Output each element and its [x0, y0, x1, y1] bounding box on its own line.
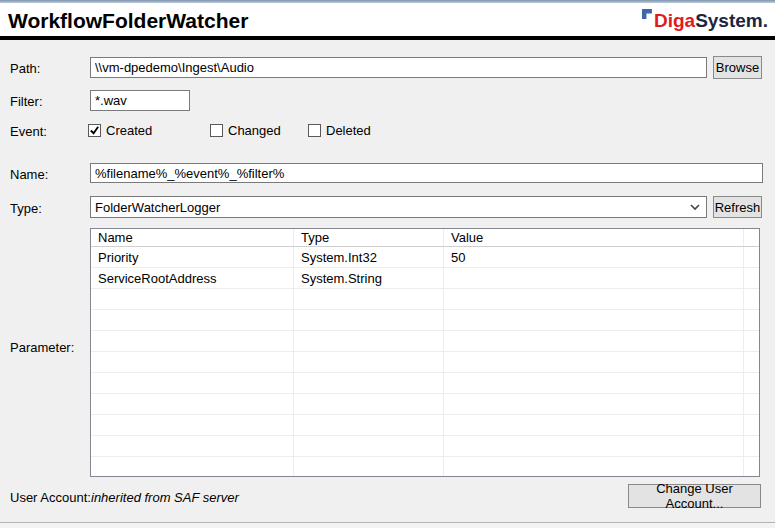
path-input[interactable]: [90, 57, 707, 78]
event-label: Event:: [10, 124, 47, 139]
table-cell-filler: [744, 457, 759, 477]
filter-input[interactable]: [90, 90, 190, 111]
table-cell[interactable]: [91, 352, 294, 372]
parameter-table: NameTypeValuePrioritySystem.Int3250Servi…: [90, 228, 760, 477]
table-cell[interactable]: [294, 373, 444, 393]
table-cell[interactable]: [294, 289, 444, 309]
checkbox-unchecked-icon[interactable]: [308, 124, 321, 137]
type-select[interactable]: FolderWatcherLogger: [90, 196, 707, 218]
table-cell-filler: [744, 310, 759, 330]
title-divider-bar: [0, 36, 775, 40]
table-cell-filler: [744, 331, 759, 351]
table-row[interactable]: [91, 436, 759, 457]
table-cell[interactable]: [444, 352, 744, 372]
path-label: Path:: [10, 61, 40, 76]
table-cell[interactable]: [294, 415, 444, 435]
table-cell[interactable]: [444, 289, 744, 309]
parameter-table-header-row: NameTypeValue: [91, 229, 759, 247]
filter-label: Filter:: [10, 94, 43, 109]
digasystem-logo: DigaSystem.: [645, 10, 768, 34]
chevron-down-icon[interactable]: [684, 204, 706, 211]
column-header-filler: [744, 229, 759, 246]
logo-text-diga: Diga: [654, 10, 695, 31]
table-row[interactable]: [91, 373, 759, 394]
table-row[interactable]: [91, 331, 759, 352]
table-cell[interactable]: [91, 436, 294, 456]
browse-button[interactable]: Browse: [713, 56, 762, 79]
event-checkbox-label: Changed: [228, 123, 281, 138]
table-cell-filler: [744, 352, 759, 372]
table-cell-filler: [744, 436, 759, 456]
refresh-button[interactable]: Refresh: [713, 196, 762, 218]
parameter-label: Parameter:: [10, 340, 74, 355]
table-cell[interactable]: [444, 415, 744, 435]
table-cell[interactable]: System.String: [294, 268, 444, 288]
table-row[interactable]: ServiceRootAddressSystem.String: [91, 268, 759, 289]
event-checkbox-created[interactable]: Created: [88, 123, 152, 138]
table-row[interactable]: [91, 394, 759, 415]
logo-text-system: System.: [695, 10, 768, 31]
table-row[interactable]: [91, 457, 759, 477]
page-title: WorkflowFolderWatcher: [8, 9, 248, 33]
checkbox-checked-icon[interactable]: [88, 124, 101, 137]
bottom-margin: [0, 524, 775, 528]
table-cell[interactable]: [444, 373, 744, 393]
event-checkbox-label: Deleted: [326, 123, 371, 138]
table-cell-filler: [744, 289, 759, 309]
table-cell[interactable]: 50: [444, 247, 744, 267]
table-cell[interactable]: [444, 268, 744, 288]
name-label: Name:: [10, 167, 48, 182]
table-cell-filler: [744, 373, 759, 393]
table-cell[interactable]: [91, 331, 294, 351]
name-input[interactable]: [90, 163, 763, 183]
user-account-value: inherited from SAF server: [91, 490, 239, 505]
table-cell[interactable]: ServiceRootAddress: [91, 268, 294, 288]
table-cell[interactable]: Priority: [91, 247, 294, 267]
type-label: Type:: [10, 201, 42, 216]
table-row[interactable]: [91, 415, 759, 436]
column-header-type[interactable]: Type: [294, 229, 444, 246]
table-row[interactable]: [91, 352, 759, 373]
type-selected-value: FolderWatcherLogger: [91, 200, 684, 215]
event-checkbox-label: Created: [106, 123, 152, 138]
table-cell[interactable]: [91, 415, 294, 435]
table-cell[interactable]: [91, 394, 294, 414]
table-row[interactable]: [91, 310, 759, 331]
table-cell[interactable]: [91, 310, 294, 330]
table-cell[interactable]: [294, 394, 444, 414]
table-cell[interactable]: [294, 457, 444, 477]
table-cell-filler: [744, 268, 759, 288]
header: WorkflowFolderWatcher DigaSystem.: [0, 3, 775, 36]
table-cell[interactable]: [444, 331, 744, 351]
workflow-folder-watcher-window: WorkflowFolderWatcher DigaSystem. Path: …: [0, 0, 775, 528]
table-cell[interactable]: [444, 436, 744, 456]
table-row[interactable]: PrioritySystem.Int3250: [91, 247, 759, 268]
table-row[interactable]: [91, 289, 759, 310]
table-cell[interactable]: [444, 394, 744, 414]
checkbox-unchecked-icon[interactable]: [210, 124, 223, 137]
table-cell[interactable]: [294, 436, 444, 456]
event-checkbox-deleted[interactable]: Deleted: [308, 123, 371, 138]
table-cell[interactable]: [91, 373, 294, 393]
table-cell[interactable]: System.Int32: [294, 247, 444, 267]
table-cell[interactable]: [294, 331, 444, 351]
table-cell-filler: [744, 415, 759, 435]
table-cell[interactable]: [444, 457, 744, 477]
column-header-name[interactable]: Name: [91, 229, 294, 246]
table-cell[interactable]: [91, 457, 294, 477]
event-checkbox-changed[interactable]: Changed: [210, 123, 281, 138]
user-account-label: User Account:: [10, 490, 91, 505]
table-cell-filler: [744, 247, 759, 267]
change-user-account-button[interactable]: Change User Account...: [628, 484, 761, 508]
table-cell[interactable]: [294, 352, 444, 372]
table-cell[interactable]: [294, 310, 444, 330]
column-header-value[interactable]: Value: [444, 229, 744, 246]
table-cell-filler: [744, 394, 759, 414]
table-cell[interactable]: [444, 310, 744, 330]
table-cell[interactable]: [91, 289, 294, 309]
